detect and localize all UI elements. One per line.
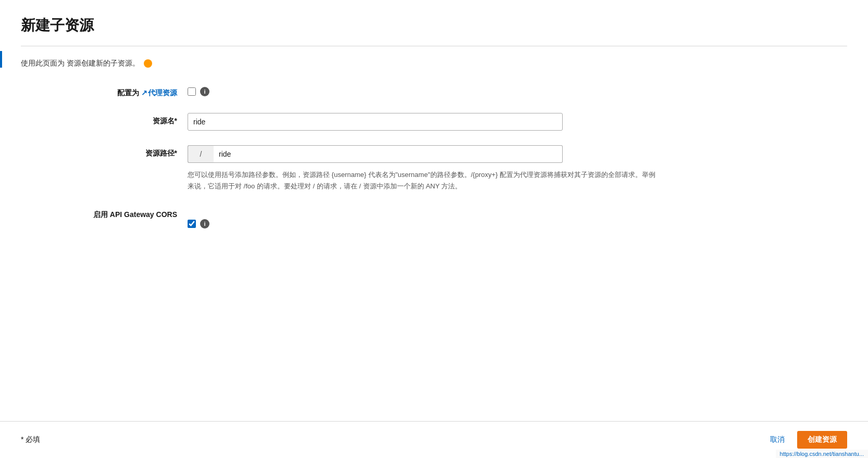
cors-checkbox[interactable] [188,220,196,228]
proxy-content: i [188,85,656,96]
external-link-icon: ↗ [141,88,147,98]
page-title: 新建子资源 [21,16,847,35]
proxy-resource-row: 配置为 ↗代理资源 i [52,85,847,98]
title-divider [21,46,847,46]
resource-name-input[interactable] [188,113,563,131]
required-note: * 必填 [21,435,40,444]
cors-checkbox-row: i [188,217,656,228]
cors-label: 启用 API Gateway CORS [52,207,188,220]
form-container: 配置为 ↗代理资源 i 资源名* 资源路径* / [21,85,847,228]
subtitle-row: 使用此页面为 资源创建新的子资源。 [21,59,847,68]
path-input-row: / [188,145,563,163]
path-prefix: / [188,145,214,163]
create-resource-button[interactable]: 创建资源 [797,431,847,449]
cors-content: i [188,207,656,228]
resource-name-row: 资源名* [52,113,847,131]
left-accent-bar [0,51,2,68]
proxy-checkbox-row: i [188,85,656,96]
cors-row: 启用 API Gateway CORS i [52,207,847,228]
subtitle-text: 使用此页面为 资源创建新的子资源。 [21,59,140,68]
resource-path-label: 资源路径* [52,145,188,159]
cors-info-icon[interactable]: i [200,219,209,228]
proxy-checkbox[interactable] [188,87,196,96]
proxy-label: 配置为 ↗代理资源 [52,85,188,98]
cancel-button[interactable]: 取消 [764,431,791,449]
path-help-text: 您可以使用括号添加路径参数。例如，资源路径 {username} 代表名为"us… [188,169,656,192]
resource-name-content [188,113,656,131]
bottom-section: * 必填 取消 创建资源 [0,421,868,458]
proxy-resource-link[interactable]: ↗代理资源 [139,88,177,97]
bottom-actions: 取消 创建资源 [764,431,847,449]
resource-path-input[interactable] [214,145,563,163]
resource-name-label: 资源名* [52,113,188,126]
page-container: 新建子资源 使用此页面为 资源创建新的子资源。 配置为 ↗代理资源 i 资源名* [0,0,868,228]
resource-path-row: 资源路径* / 您可以使用括号添加路径参数。例如，资源路径 {username}… [52,145,847,192]
proxy-info-icon[interactable]: i [200,87,209,96]
orange-dot-icon [144,59,152,68]
resource-path-content: / 您可以使用括号添加路径参数。例如，资源路径 {username} 代表名为"… [188,145,656,192]
